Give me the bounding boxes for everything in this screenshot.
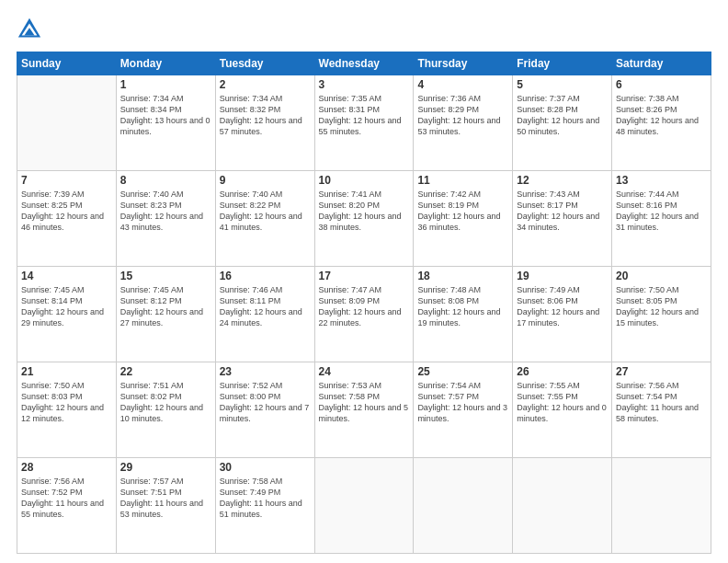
cell-content: Sunrise: 7:52 AMSunset: 8:00 PMDaylight:…: [220, 380, 311, 425]
cell-content: Sunrise: 7:53 AMSunset: 7:58 PMDaylight:…: [319, 380, 410, 425]
week-row-2: 7Sunrise: 7:39 AMSunset: 8:25 PMDaylight…: [17, 171, 711, 267]
calendar-cell: 19Sunrise: 7:49 AMSunset: 8:06 PMDayligh…: [513, 267, 612, 362]
calendar-cell: [414, 458, 513, 554]
calendar-cell: 2Sunrise: 7:34 AMSunset: 8:32 PMDaylight…: [215, 75, 314, 171]
day-number: 4: [417, 78, 508, 91]
day-number: 2: [220, 78, 311, 91]
calendar-cell: 25Sunrise: 7:54 AMSunset: 7:57 PMDayligh…: [414, 362, 513, 458]
cell-content: Sunrise: 7:36 AMSunset: 8:29 PMDaylight:…: [417, 93, 508, 138]
cell-content: Sunrise: 7:44 AMSunset: 8:16 PMDaylight:…: [616, 189, 707, 234]
calendar-cell: 5Sunrise: 7:37 AMSunset: 8:28 PMDaylight…: [513, 75, 612, 171]
cell-content: Sunrise: 7:50 AMSunset: 8:05 PMDaylight:…: [616, 284, 707, 329]
cell-content: Sunrise: 7:58 AMSunset: 7:49 PMDaylight:…: [220, 476, 311, 521]
day-number: 5: [517, 78, 608, 91]
logo: [17, 17, 46, 42]
cell-content: Sunrise: 7:37 AMSunset: 8:28 PMDaylight:…: [517, 93, 608, 138]
weekday-header-wednesday: Wednesday: [314, 52, 414, 75]
calendar-cell: [513, 458, 612, 554]
day-number: 24: [319, 365, 410, 378]
day-number: 27: [616, 365, 707, 378]
day-number: 28: [21, 461, 112, 474]
day-number: 29: [120, 461, 211, 474]
cell-content: Sunrise: 7:35 AMSunset: 8:31 PMDaylight:…: [319, 93, 410, 138]
calendar-cell: 1Sunrise: 7:34 AMSunset: 8:34 PMDaylight…: [116, 75, 215, 171]
cell-content: Sunrise: 7:48 AMSunset: 8:08 PMDaylight:…: [417, 284, 508, 329]
cell-content: Sunrise: 7:45 AMSunset: 8:14 PMDaylight:…: [21, 284, 112, 329]
day-number: 30: [220, 461, 311, 474]
day-number: 21: [21, 365, 112, 378]
calendar-cell: 17Sunrise: 7:47 AMSunset: 8:09 PMDayligh…: [314, 267, 414, 362]
calendar-cell: 23Sunrise: 7:52 AMSunset: 8:00 PMDayligh…: [215, 362, 314, 458]
calendar-cell: [17, 75, 117, 171]
day-number: 14: [21, 270, 112, 282]
cell-content: Sunrise: 7:43 AMSunset: 8:17 PMDaylight:…: [517, 189, 608, 234]
day-number: 20: [616, 270, 707, 282]
cell-content: Sunrise: 7:57 AMSunset: 7:51 PMDaylight:…: [120, 476, 211, 521]
calendar-cell: 3Sunrise: 7:35 AMSunset: 8:31 PMDaylight…: [314, 75, 414, 171]
cell-content: Sunrise: 7:50 AMSunset: 8:03 PMDaylight:…: [21, 380, 112, 425]
weekday-header-sunday: Sunday: [17, 52, 117, 75]
calendar-cell: 9Sunrise: 7:40 AMSunset: 8:22 PMDaylight…: [215, 171, 314, 267]
calendar-cell: 10Sunrise: 7:41 AMSunset: 8:20 PMDayligh…: [314, 171, 414, 267]
page-header: [17, 17, 711, 42]
day-number: 1: [120, 78, 211, 91]
day-number: 6: [616, 78, 707, 91]
cell-content: Sunrise: 7:49 AMSunset: 8:06 PMDaylight:…: [517, 284, 608, 329]
day-number: 17: [319, 270, 410, 282]
week-row-3: 14Sunrise: 7:45 AMSunset: 8:14 PMDayligh…: [17, 267, 711, 362]
cell-content: Sunrise: 7:56 AMSunset: 7:52 PMDaylight:…: [21, 476, 112, 521]
calendar-cell: 20Sunrise: 7:50 AMSunset: 8:05 PMDayligh…: [612, 267, 711, 362]
calendar-cell: 11Sunrise: 7:42 AMSunset: 8:19 PMDayligh…: [414, 171, 513, 267]
week-row-5: 28Sunrise: 7:56 AMSunset: 7:52 PMDayligh…: [17, 458, 711, 554]
week-row-1: 1Sunrise: 7:34 AMSunset: 8:34 PMDaylight…: [17, 75, 711, 171]
weekday-header-thursday: Thursday: [414, 52, 513, 75]
cell-content: Sunrise: 7:40 AMSunset: 8:23 PMDaylight:…: [120, 189, 211, 234]
day-number: 12: [517, 174, 608, 187]
calendar-cell: 16Sunrise: 7:46 AMSunset: 8:11 PMDayligh…: [215, 267, 314, 362]
weekday-header-tuesday: Tuesday: [215, 52, 314, 75]
calendar-cell: 6Sunrise: 7:38 AMSunset: 8:26 PMDaylight…: [612, 75, 711, 171]
logo-icon: [17, 17, 42, 42]
calendar-cell: 12Sunrise: 7:43 AMSunset: 8:17 PMDayligh…: [513, 171, 612, 267]
calendar-cell: 27Sunrise: 7:56 AMSunset: 7:54 PMDayligh…: [612, 362, 711, 458]
calendar-cell: 22Sunrise: 7:51 AMSunset: 8:02 PMDayligh…: [116, 362, 215, 458]
day-number: 9: [220, 174, 311, 187]
cell-content: Sunrise: 7:54 AMSunset: 7:57 PMDaylight:…: [417, 380, 508, 425]
weekday-header-monday: Monday: [116, 52, 215, 75]
day-number: 11: [417, 174, 508, 187]
calendar-cell: 26Sunrise: 7:55 AMSunset: 7:55 PMDayligh…: [513, 362, 612, 458]
day-number: 16: [220, 270, 311, 282]
day-number: 10: [319, 174, 410, 187]
calendar-cell: 28Sunrise: 7:56 AMSunset: 7:52 PMDayligh…: [17, 458, 117, 554]
calendar-cell: 24Sunrise: 7:53 AMSunset: 7:58 PMDayligh…: [314, 362, 414, 458]
cell-content: Sunrise: 7:56 AMSunset: 7:54 PMDaylight:…: [616, 380, 707, 425]
weekday-header-row: SundayMondayTuesdayWednesdayThursdayFrid…: [17, 52, 711, 75]
calendar-table: SundayMondayTuesdayWednesdayThursdayFrid…: [17, 52, 711, 554]
cell-content: Sunrise: 7:51 AMSunset: 8:02 PMDaylight:…: [120, 380, 211, 425]
day-number: 19: [517, 270, 608, 282]
weekday-header-friday: Friday: [513, 52, 612, 75]
calendar-cell: 4Sunrise: 7:36 AMSunset: 8:29 PMDaylight…: [414, 75, 513, 171]
cell-content: Sunrise: 7:55 AMSunset: 7:55 PMDaylight:…: [517, 380, 608, 425]
cell-content: Sunrise: 7:38 AMSunset: 8:26 PMDaylight:…: [616, 93, 707, 138]
day-number: 7: [21, 174, 112, 187]
cell-content: Sunrise: 7:41 AMSunset: 8:20 PMDaylight:…: [319, 189, 410, 234]
cell-content: Sunrise: 7:42 AMSunset: 8:19 PMDaylight:…: [417, 189, 508, 234]
cell-content: Sunrise: 7:39 AMSunset: 8:25 PMDaylight:…: [21, 189, 112, 234]
week-row-4: 21Sunrise: 7:50 AMSunset: 8:03 PMDayligh…: [17, 362, 711, 458]
day-number: 22: [120, 365, 211, 378]
day-number: 25: [417, 365, 508, 378]
calendar-cell: 8Sunrise: 7:40 AMSunset: 8:23 PMDaylight…: [116, 171, 215, 267]
calendar-cell: 29Sunrise: 7:57 AMSunset: 7:51 PMDayligh…: [116, 458, 215, 554]
day-number: 15: [120, 270, 211, 282]
calendar-cell: 18Sunrise: 7:48 AMSunset: 8:08 PMDayligh…: [414, 267, 513, 362]
day-number: 23: [220, 365, 311, 378]
cell-content: Sunrise: 7:46 AMSunset: 8:11 PMDaylight:…: [220, 284, 311, 329]
day-number: 13: [616, 174, 707, 187]
day-number: 8: [120, 174, 211, 187]
cell-content: Sunrise: 7:34 AMSunset: 8:32 PMDaylight:…: [220, 93, 311, 138]
cell-content: Sunrise: 7:40 AMSunset: 8:22 PMDaylight:…: [220, 189, 311, 234]
calendar-cell: 14Sunrise: 7:45 AMSunset: 8:14 PMDayligh…: [17, 267, 117, 362]
weekday-header-saturday: Saturday: [612, 52, 711, 75]
calendar-cell: [612, 458, 711, 554]
